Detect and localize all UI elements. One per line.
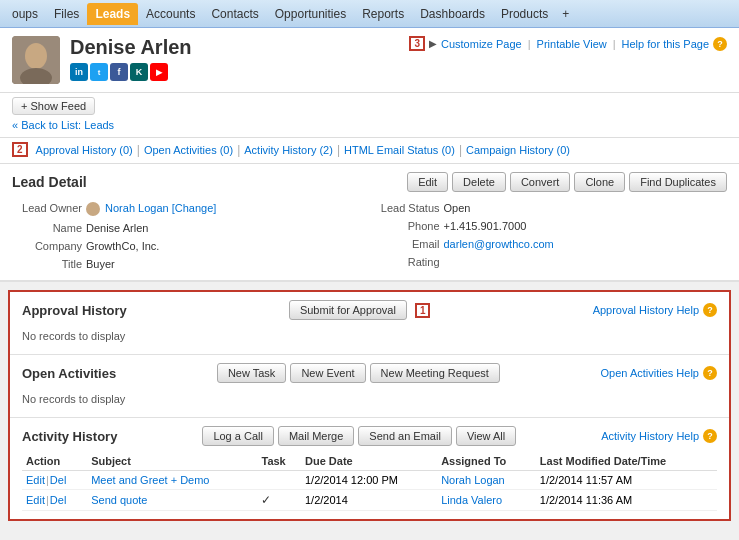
row1-due-date: 1/2/2014 12:00 PM (301, 471, 437, 490)
nav-item-products[interactable]: Products (493, 3, 556, 25)
row2-edit-link[interactable]: Edit (26, 494, 45, 506)
approval-history-help-link[interactable]: Approval History Help (593, 304, 699, 316)
approval-history-help-icon[interactable]: ? (703, 303, 717, 317)
row1-edit-link[interactable]: Edit (26, 474, 45, 486)
activity-history-actions: Log a Call Mail Merge Send an Email View… (202, 426, 516, 446)
activity-history-help-link[interactable]: Activity History Help (601, 430, 699, 442)
new-task-button[interactable]: New Task (217, 363, 286, 383)
lead-owner-row: Lead Owner Norah Logan [Change] (12, 200, 370, 218)
row2-assigned-to: Linda Valero (437, 490, 536, 511)
nav-item-accounts[interactable]: Accounts (138, 3, 203, 25)
mail-merge-button[interactable]: Mail Merge (278, 426, 354, 446)
activity-history-help-icon[interactable]: ? (703, 429, 717, 443)
open-activities-help-icon[interactable]: ? (703, 366, 717, 380)
title-row: Title Buyer (12, 256, 370, 272)
customize-page-link[interactable]: Customize Page (441, 38, 522, 50)
nav-item-contacts[interactable]: Contacts (203, 3, 266, 25)
row2-assignee-link[interactable]: Linda Valero (441, 494, 502, 506)
nav-item-dashboards[interactable]: Dashboards (412, 3, 493, 25)
open-activities-actions: New Task New Event New Meeting Request (217, 363, 500, 383)
rating-label: Rating (370, 256, 440, 268)
nav-item-reports[interactable]: Reports (354, 3, 412, 25)
phone-value: +1.415.901.7000 (444, 220, 527, 232)
title-label: Title (12, 258, 82, 270)
name-value: Denise Arlen (86, 222, 148, 234)
open-activities-title: Open Activities (22, 366, 116, 381)
row2-task: ✓ (257, 490, 301, 511)
xing-icon[interactable]: K (130, 63, 148, 81)
printable-view-link[interactable]: Printable View (537, 38, 607, 50)
delete-button[interactable]: Delete (452, 172, 506, 192)
new-event-button[interactable]: New Event (290, 363, 365, 383)
view-all-button[interactable]: View All (456, 426, 516, 446)
row2-del-link[interactable]: Del (50, 494, 67, 506)
tab-sep-1: | (137, 143, 140, 157)
row1-subject-link[interactable]: Meet and Greet + Demo (91, 474, 209, 486)
tab-html-email-status[interactable]: HTML Email Status (0) (344, 144, 455, 156)
row1-assignee-link[interactable]: Norah Logan (441, 474, 505, 486)
find-duplicates-button[interactable]: Find Duplicates (629, 172, 727, 192)
row2-subject: Send quote (87, 490, 257, 511)
top-navigation: oups Files Leads Accounts Contacts Oppor… (0, 0, 739, 28)
detail-left-col: Lead Owner Norah Logan [Change] Name Den… (12, 200, 370, 272)
lead-owner-link[interactable]: Norah Logan [Change] (105, 202, 216, 214)
log-a-call-button[interactable]: Log a Call (202, 426, 274, 446)
convert-button[interactable]: Convert (510, 172, 571, 192)
header-actions: 3 ▶ Customize Page | Printable View | He… (409, 36, 727, 51)
send-an-email-button[interactable]: Send an Email (358, 426, 452, 446)
tab-sep-3: | (337, 143, 340, 157)
label-1: 1 (415, 303, 431, 318)
nav-item-groups[interactable]: oups (4, 3, 46, 25)
facebook-icon[interactable]: f (110, 63, 128, 81)
activity-history-section: Activity History Log a Call Mail Merge S… (10, 418, 729, 519)
col-subject: Subject (87, 452, 257, 471)
help-for-page-link[interactable]: Help for this Page (622, 38, 709, 50)
row2-last-modified: 1/2/2014 11:36 AM (536, 490, 717, 511)
pipe-divider-2: | (613, 38, 616, 50)
nav-plus-button[interactable]: + (556, 3, 575, 25)
tab-open-activities[interactable]: Open Activities (0) (144, 144, 233, 156)
nav-item-files[interactable]: Files (46, 3, 87, 25)
nav-item-opportunities[interactable]: Opportunities (267, 3, 354, 25)
label-2: 2 (12, 142, 28, 157)
col-action: Action (22, 452, 87, 471)
back-to-list-link[interactable]: « Back to List: Leads (12, 119, 727, 131)
email-value: darlen@growthco.com (444, 238, 554, 250)
clone-button[interactable]: Clone (574, 172, 625, 192)
lead-status-label: Lead Status (370, 202, 440, 214)
approval-history-help: Approval History Help ? (593, 303, 717, 317)
edit-button[interactable]: Edit (407, 172, 448, 192)
col-assigned-to: Assigned To (437, 452, 536, 471)
tab-approval-history[interactable]: Approval History (0) (36, 144, 133, 156)
twitter-icon[interactable]: t (90, 63, 108, 81)
email-link[interactable]: darlen@growthco.com (444, 238, 554, 250)
help-icon[interactable]: ? (713, 37, 727, 51)
table-row: Edit|Del Send quote ✓ 1/2/2014 Linda Val… (22, 490, 717, 511)
lead-owner-label: Lead Owner (12, 202, 82, 214)
approval-history-actions: Submit for Approval 1 (289, 300, 431, 320)
row1-del-link[interactable]: Del (50, 474, 67, 486)
arrow-right-icon: ▶ (429, 38, 437, 49)
tab-campaign-history[interactable]: Campaign History (0) (466, 144, 570, 156)
approval-history-no-records: No records to display (22, 326, 717, 346)
open-activities-help: Open Activities Help ? (601, 366, 717, 380)
linkedin-icon[interactable]: in (70, 63, 88, 81)
tab-activity-history[interactable]: Activity History (2) (244, 144, 333, 156)
lead-status-row: Lead Status Open (370, 200, 728, 216)
submit-for-approval-button[interactable]: Submit for Approval (289, 300, 407, 320)
show-feed-button[interactable]: Show Feed (12, 97, 95, 115)
bottom-area: Approval History Submit for Approval 1 A… (8, 290, 731, 521)
lead-name: Denise Arlen (70, 36, 192, 59)
col-task: Task (257, 452, 301, 471)
detail-right-col: Lead Status Open Phone +1.415.901.7000 E… (370, 200, 728, 272)
youtube-icon[interactable]: ▶ (150, 63, 168, 81)
row2-action: Edit|Del (22, 490, 87, 511)
row1-task (257, 471, 301, 490)
new-meeting-request-button[interactable]: New Meeting Request (370, 363, 500, 383)
table-row: Edit|Del Meet and Greet + Demo 1/2/2014 … (22, 471, 717, 490)
name-label: Name (12, 222, 82, 234)
row2-subject-link[interactable]: Send quote (91, 494, 147, 506)
open-activities-help-link[interactable]: Open Activities Help (601, 367, 699, 379)
nav-item-leads[interactable]: Leads (87, 3, 138, 25)
lead-status-value: Open (444, 202, 471, 214)
